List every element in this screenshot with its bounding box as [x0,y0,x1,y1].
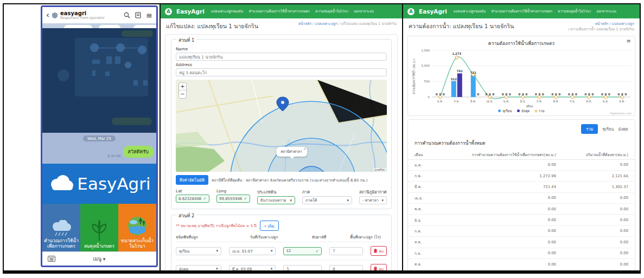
right-cell: A EasyAgri แปลงเพาะปลูกของฉัน คำนวณความต… [402,4,640,270]
nav-item-logout[interactable]: ออกจากระบบ [596,9,616,14]
lat-input[interactable]: 8.62328406364 ✓ [176,195,209,203]
breadcrumb-parent[interactable]: แปลงเพาะปลูก [315,22,337,26]
rain-cloud-icon [49,220,73,236]
navbar-brand[interactable]: EasyAgri [419,8,447,15]
easyagri-banner[interactable]: EasyAgri [42,164,156,204]
soil-type-select[interactable]: ดินร่วนปนทราย▾ [257,196,295,204]
richmenu-tiles: คำนวณการใช้น้ำ เพื่อการเกษตร สมดุลน้ำเกษ… [42,204,156,251]
chart-context-menu-icon[interactable]: ≡ [627,38,631,44]
back-icon[interactable]: ‹ [46,11,49,20]
legend-item[interactable]: มังคุด [517,108,530,114]
map-popup: สถานีท่าศาลา × [276,147,307,157]
address-input[interactable]: หมู่ 3 ดอนตะโก [176,68,387,76]
x-tick-label: พ.ย. [597,99,614,104]
col-month: เดือน [408,150,436,160]
week-input[interactable]: 5 [283,265,322,271]
week-input[interactable]: 12✓ [283,247,322,255]
svg-text:0: 0 [604,93,607,96]
search-icon[interactable] [124,12,130,18]
pond-icon [127,216,148,236]
left-cell: ‹ easyagri Responses from operator ≡ [4,4,160,270]
chat-input-bar: เมนู ▾ [42,251,156,266]
navbar-brand[interactable]: EasyAgri [176,8,205,15]
nav-item-plots[interactable]: แปลงเพาะปลูกของฉัน [454,9,486,14]
form-section-2: ส่วนที่ 2 ** หมายเหตุ อายุพืช(ปี) กรณีปล… [171,215,392,270]
nav-item-water-calc[interactable]: คำนวณความต้องการใช้น้ำทางการเกษตร [491,9,552,14]
zoom-in-button[interactable]: + [179,83,186,90]
legend-item[interactable]: ทุเรียน [498,108,512,114]
plant-date-select[interactable]: มี.ค. 03-09▾ [229,265,276,271]
svg-text:0: 0 [551,93,553,96]
svg-text:0: 0 [575,93,577,96]
shared-image-dimmed[interactable] [42,28,156,133]
map-attribution[interactable]: Leaflet [373,168,386,171]
nav-item-logout[interactable]: ออกจากระบบ [354,9,374,14]
svg-text:0: 0 [489,93,491,96]
nav-item-plots[interactable]: แปลงเพาะปลูกของฉัน [211,9,244,14]
tile-label: ในไร่นา [129,243,145,249]
notes-icon[interactable] [135,12,141,18]
soil-type-label: ประเภทดิน [257,189,295,195]
name-input[interactable]: แปลงทุเรียน 1 นายจักริน [176,53,387,61]
crop-select[interactable]: มังคุด▾ [176,265,221,271]
add-crop-button[interactable]: + เพิ่ม [260,221,279,231]
valid-check-icon: ✓ [244,196,247,201]
top-navbar: A EasyAgri แปลงเพาะปลูกของฉัน คำนวณความต… [403,4,640,18]
tile-pond-size[interactable]: ขนาดสระเก็บน้ำ ในไร่นา [118,204,156,251]
leaflet-map[interactable]: + − สถานีท่าศาลา × Leaflet [176,80,387,172]
nav-item-water-calc[interactable]: คำนวณความต้องการใช้น้ำทางการเกษตร [248,9,310,14]
close-icon[interactable]: × [303,147,307,151]
nearest-station-text: สถานีที่ใกล้ที่สุดคือ : สถานีท่าศาลา จัง… [212,177,367,183]
long-input[interactable]: 99.8555946350 ✓ [216,195,250,203]
plant-date-select[interactable]: เม.ย. 01-07▾ [229,247,276,255]
area-input[interactable]: 7 [329,247,363,255]
delete-crop-button[interactable]: ลบ [371,246,387,256]
svg-text:0: 0 [492,93,494,96]
auto-fetch-button[interactable]: ดึงค่าอัตโนมัติ [176,175,208,185]
area-input[interactable]: 8 [329,265,363,271]
svg-text:0: 0 [485,93,487,96]
svg-text:0: 0 [568,93,570,96]
easyagri-logo-icon: A [407,8,415,15]
tile-water-balance[interactable]: สมดุลน้ำเกษตร [80,204,118,251]
tile-water-calc[interactable]: คำนวณการใช้น้ำ เพื่อการเกษตร [42,204,80,251]
table-row: พ.ย.0.000.00 [408,270,635,270]
crop-select[interactable]: ทุเรียน▾ [176,247,221,255]
richmenu-toggle[interactable]: เมนู ▾ [42,255,156,263]
plant-age-note: ** หมายเหตุ อายุพืช(ปี) กรณีปลูกพืชไม้ผล… [176,223,257,229]
delete-crop-button[interactable]: ลบ [371,264,387,270]
chart-legend[interactable]: ทุเรียนมังคุดรวม [411,108,632,114]
region-select[interactable]: ภาคใต้▾ [302,196,352,204]
crop-row-2: มังคุด▾ มี.ค. 03-09▾ 5 8 ลบ [176,260,387,270]
page-title: แก้ไขแปลง: แปลงทุเรียน 1 นายจักริน [166,22,258,31]
trash-icon [374,249,377,253]
x-tick-label: ต.ค. [581,99,598,104]
svg-text:0: 0 [558,93,560,96]
svg-text:0: 0 [443,93,445,96]
toggle-mangosteen-button[interactable]: มังคุด [619,126,629,132]
screenshot-frame: ‹ easyagri Responses from operator ≡ [3,3,641,274]
climate-station-select[interactable]: - ท่าศาลา▾ [359,196,387,204]
nav-item-water-balance[interactable]: ความสมดุลน้ำในไร่นา [315,9,348,14]
svg-text:0: 0 [542,93,544,96]
legend-item[interactable]: รวม [535,108,545,114]
chevron-down-icon: ▾ [271,249,273,253]
zoom-out-button[interactable]: − [179,90,186,98]
table-row: ม.ค.0.000.00 [408,159,635,170]
toggle-durian-button[interactable]: ทุเรียน [602,126,614,132]
address-label: Address [176,62,387,67]
breadcrumb-home[interactable]: หน้าหลัก [298,22,312,26]
menu-icon[interactable]: ≡ [146,11,152,19]
y-axis-title: ความต้องการใช้น้ำ (ลบ.ม.) [412,55,416,98]
x-tick-label: มี.ค. [465,99,482,104]
nav-item-water-balance[interactable]: ความสมดุลน้ำในไร่นา [558,9,591,14]
page-title: ความต้องการน้ำ: แปลงทุเรียน 1 นายจักริน [409,22,514,31]
dim-message-bubble [122,30,153,37]
svg-text:512: 512 [451,77,457,80]
highcharts-credit[interactable]: Highcharts.com [610,112,632,115]
chat-title-block: easyagri Responses from operator [60,10,121,20]
svg-text:0: 0 [477,93,479,96]
toggle-total-button[interactable]: รวม [581,124,598,134]
svg-text:0: 0 [439,93,441,96]
breadcrumb-links[interactable]: หน้าหลัก / แปลงเพาะปลูก [595,22,634,26]
